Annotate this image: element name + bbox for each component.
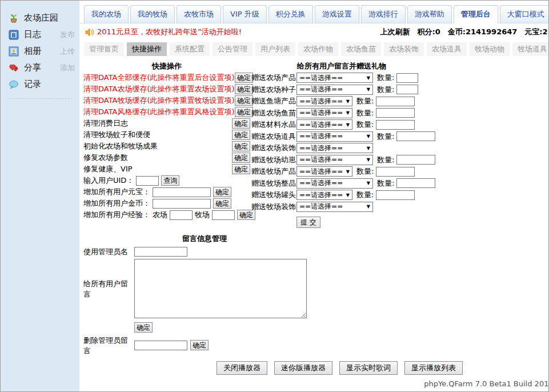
gift-select[interactable]: ==请选择==▼: [296, 131, 373, 142]
confirm-button[interactable]: 确定: [235, 84, 253, 94]
gift-select[interactable]: ==请选择==▼: [296, 96, 352, 106]
blog-icon: B: [9, 30, 19, 40]
gift-select[interactable]: ==请选择==▼: [296, 85, 373, 95]
subnav-farm-props[interactable]: 农场道具: [427, 42, 467, 56]
qty-input[interactable]: [396, 73, 418, 83]
sidebar-item-label: 相册: [24, 46, 41, 57]
farm-exp-label: 农场: [153, 210, 167, 220]
yuanbao-input[interactable]: [153, 187, 211, 197]
gift-select[interactable]: ==请选择==▼: [296, 190, 352, 200]
mini-player-button[interactable]: 迷你版播放器: [274, 361, 332, 375]
tab-vip-upgrade[interactable]: VIP 升级: [223, 5, 267, 23]
confirm-button[interactable]: 确定: [213, 198, 231, 209]
qty-input[interactable]: [376, 108, 415, 118]
gift-row: 赠送农场鱼苗==请选择==▼数量:: [251, 107, 432, 119]
tab-game-ranking[interactable]: 游戏排行: [361, 5, 406, 23]
qty-input[interactable]: [376, 167, 415, 177]
subnav-admin-home[interactable]: 管理首页: [84, 42, 124, 56]
qty-input[interactable]: [376, 190, 415, 200]
subnav-farm-crops[interactable]: 农场作物: [298, 42, 338, 56]
sidebar-action-publish[interactable]: 发布: [60, 30, 75, 40]
sidebar-item-share[interactable]: 分享 添加: [1, 59, 79, 76]
qty-input[interactable]: [376, 97, 415, 106]
gift-row: 赠送牧场幼崽==请选择==▼数量:: [251, 154, 432, 166]
quick-op-row: 清理消费日志确定: [83, 118, 250, 129]
confirm-button[interactable]: 确定: [235, 73, 253, 83]
tab-points-exchange[interactable]: 积分兑换: [269, 5, 313, 23]
dropdown-arrow-icon: ▼: [346, 110, 350, 115]
gift-select[interactable]: ==请选择==▼: [296, 166, 352, 177]
dropdown-arrow-icon: ▼: [367, 87, 370, 92]
confirm-button[interactable]: 确定: [232, 118, 250, 129]
tab-admin-panel[interactable]: 管理后台: [454, 5, 498, 23]
gift-row: 赠送农场产品==请选择==▼数量:: [251, 72, 432, 84]
refresh-label[interactable]: 上次刷新: [380, 27, 410, 37]
qty-input[interactable]: [396, 85, 418, 94]
subnav-user-list[interactable]: 用户列表: [255, 42, 295, 56]
uid-query-row: 输入用户UID： 查询: [83, 175, 250, 186]
confirm-button[interactable]: 确定: [232, 141, 250, 151]
show-playlist-button[interactable]: 显示播放列表: [404, 361, 463, 375]
sidebar-item-blog[interactable]: B 日志 发布: [1, 26, 79, 43]
sidebar-action-add[interactable]: 添加: [60, 63, 75, 73]
gift-select[interactable]: ==请选择==▼: [296, 119, 352, 130]
tab-game-settings[interactable]: 游戏设置: [315, 5, 359, 23]
pasture-exp-label: 牧场: [195, 210, 210, 220]
tab-bar: 我的农场我的牧场农牧市场VIP 升级积分兑换游戏设置游戏排行游戏帮助管理后台大窗…: [79, 1, 549, 23]
quick-op-label: 清理DATA牧场缓存(此操作将重置牧场设置项): [83, 95, 235, 106]
confirm-button[interactable]: 确定: [232, 130, 250, 140]
subnav-farm-fry[interactable]: 农场鱼苗: [341, 42, 381, 56]
tab-market[interactable]: 农牧市场: [177, 5, 221, 23]
confirm-button[interactable]: 确定: [235, 107, 253, 117]
qty-input[interactable]: [396, 178, 435, 188]
qty-input[interactable]: [396, 131, 435, 141]
submit-button[interactable]: 提 交: [296, 217, 320, 228]
confirm-button[interactable]: 确定: [232, 164, 250, 174]
pasture-exp-input[interactable]: [212, 210, 235, 220]
farm-exp-input[interactable]: [170, 210, 193, 220]
show-lyrics-button[interactable]: 显示实时歌词: [339, 361, 398, 375]
delete-message-input[interactable]: [134, 341, 187, 350]
confirm-button[interactable]: 确定: [235, 95, 253, 106]
subnav-pasture-props[interactable]: 牧场道具: [512, 42, 549, 56]
gift-select[interactable]: ==请选择==▼: [296, 73, 373, 83]
subnav-quick-ops[interactable]: 快捷操作: [127, 42, 167, 56]
subnav-announcement-mgmt[interactable]: 公告管理: [213, 42, 253, 56]
gift-select[interactable]: ==请选择==▼: [296, 178, 373, 189]
message-textarea[interactable]: [134, 259, 307, 318]
confirm-button[interactable]: 确定: [213, 187, 231, 197]
subnav-system-config[interactable]: 系统配置: [170, 42, 210, 56]
coins-input[interactable]: [153, 199, 211, 209]
subnav-pasture-animals[interactable]: 牧场动物: [470, 42, 510, 56]
comment-icon: [9, 79, 19, 90]
gift-select[interactable]: ==请选择==▼: [296, 202, 373, 212]
gift-select-value: ==请选择==: [299, 108, 343, 118]
gift-label: 赠送牧场产品: [251, 166, 296, 177]
gift-select[interactable]: ==请选择==▼: [296, 155, 373, 165]
uid-input[interactable]: [136, 176, 159, 186]
sidebar-action-upload[interactable]: 上传: [60, 46, 75, 57]
sidebar-item-records[interactable]: 记录: [1, 76, 79, 93]
sidebar-item-farm-manor[interactable]: 农场庄园: [1, 10, 79, 26]
qty-input[interactable]: [396, 155, 435, 165]
gift-select-value: ==请选择==: [299, 143, 343, 153]
quick-op-label: 修复健康、VIP: [83, 164, 232, 174]
admin-name-input[interactable]: [134, 247, 187, 257]
qty-input[interactable]: [376, 120, 415, 130]
close-player-button[interactable]: 关闭播放器: [217, 361, 267, 375]
tab-my-farm[interactable]: 我的农场: [84, 5, 129, 23]
sidebar-item-album[interactable]: 相册 上传: [1, 43, 79, 59]
confirm-button[interactable]: 确定: [134, 322, 153, 333]
quick-op-label: 清理牧场蚊子和便便: [83, 130, 232, 140]
gift-select[interactable]: ==请选择==▼: [296, 143, 373, 153]
subnav-farm-decor[interactable]: 农场装饰: [384, 42, 424, 56]
announcement-text[interactable]: 2011元旦至，农牧好礼跨年送”活动开始啦!: [97, 27, 242, 37]
confirm-button[interactable]: 确定: [232, 153, 250, 163]
query-button[interactable]: 查询: [161, 175, 179, 186]
confirm-button[interactable]: 确定: [190, 340, 209, 350]
tab-game-help[interactable]: 游戏帮助: [407, 5, 452, 23]
tab-my-pasture[interactable]: 我的牧场: [130, 5, 175, 23]
gift-select[interactable]: ==请选择==▼: [296, 108, 352, 118]
tab-large-window[interactable]: 大窗口模式: [500, 5, 549, 23]
qty-label: 数量:: [356, 108, 374, 118]
